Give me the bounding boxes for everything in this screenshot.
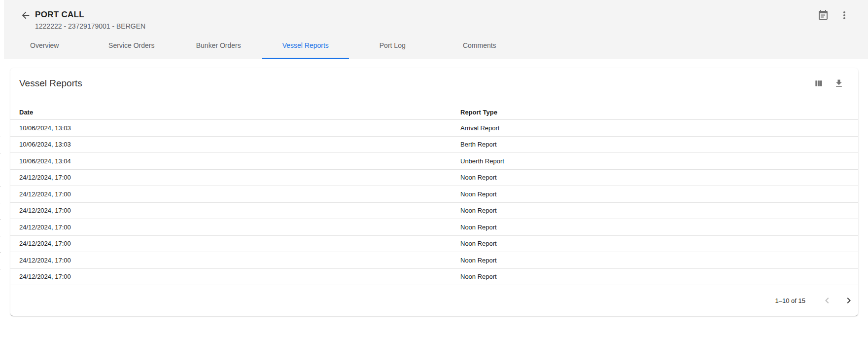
- tab-service-orders[interactable]: Service Orders: [88, 32, 175, 59]
- table-row[interactable]: 24/12/2024, 17:00 Noon Report: [10, 236, 858, 253]
- row-date: 24/12/2024, 17:00: [10, 273, 460, 280]
- kebab-menu-icon: [838, 9, 850, 21]
- row-report-type: Unberth Report: [460, 157, 858, 165]
- vessel-reports-card: Vessel Reports Date Report Type 10/06/20…: [10, 68, 858, 316]
- table-row[interactable]: 24/12/2024, 17:00 Noon Report: [10, 219, 858, 236]
- card-header: Vessel Reports: [10, 68, 858, 99]
- tab-label: Port Log: [380, 41, 406, 49]
- table-row[interactable]: 10/06/2024, 13:03 Berth Report: [10, 137, 858, 153]
- row-report-type: Noon Report: [460, 257, 858, 264]
- card-title: Vessel Reports: [19, 78, 810, 89]
- row-date: 24/12/2024, 17:00: [10, 224, 460, 231]
- table-row[interactable]: 24/12/2024, 17:00 Noon Report: [10, 186, 858, 203]
- row-date: 24/12/2024, 17:00: [10, 207, 460, 214]
- tab-label: Overview: [30, 41, 59, 49]
- download-button[interactable]: [831, 75, 847, 92]
- row-report-type: Berth Report: [460, 141, 858, 148]
- row-date: 24/12/2024, 17:00: [10, 257, 460, 264]
- tab-comments[interactable]: Comments: [436, 32, 523, 59]
- table-row[interactable]: 24/12/2024, 17:00 Noon Report: [10, 252, 858, 269]
- port-call-header: PORT CALL 1222222 - 23729179001 - BERGEN…: [0, 0, 868, 59]
- row-report-type: Noon Report: [460, 174, 858, 181]
- tab-port-log[interactable]: Port Log: [349, 32, 436, 59]
- row-date: 10/06/2024, 13:03: [10, 141, 460, 148]
- download-icon: [834, 78, 844, 88]
- active-tab-underline: [262, 58, 349, 59]
- row-date: 24/12/2024, 17:00: [10, 240, 460, 247]
- view-columns-icon: [814, 78, 824, 88]
- tab-label: Comments: [463, 41, 496, 49]
- tab-label: Service Orders: [108, 41, 154, 49]
- tab-bar: Overview Service Orders Bunker Orders Ve…: [1, 32, 523, 59]
- event-note-icon: [817, 9, 829, 21]
- table-header-row: Date Report Type: [10, 99, 858, 120]
- row-report-type: Noon Report: [460, 190, 858, 198]
- chevron-right-icon: [843, 295, 855, 306]
- pagination-bar: 1–10 of 15: [10, 285, 858, 316]
- back-button[interactable]: [19, 8, 33, 22]
- tab-vessel-reports[interactable]: Vessel Reports: [262, 32, 349, 59]
- page-title-block: PORT CALL 1222222 - 23729179001 - BERGEN: [35, 10, 145, 30]
- column-header-report-type[interactable]: Report Type: [460, 109, 858, 116]
- row-report-type: Noon Report: [460, 273, 858, 280]
- next-page-button[interactable]: [840, 292, 858, 309]
- row-report-type: Noon Report: [460, 240, 858, 247]
- table-row[interactable]: 24/12/2024, 17:00 Noon Report: [10, 170, 858, 187]
- page-subtitle: 1222222 - 23729179001 - BERGEN: [35, 22, 145, 30]
- calendar-button[interactable]: [816, 8, 830, 22]
- column-header-date[interactable]: Date: [10, 109, 460, 116]
- pagination-range-label: 1–10 of 15: [775, 297, 805, 304]
- row-date: 24/12/2024, 17:00: [10, 174, 460, 181]
- previous-page-button: [818, 292, 836, 309]
- tab-bunker-orders[interactable]: Bunker Orders: [175, 32, 262, 59]
- row-report-type: Arrival Report: [460, 124, 858, 132]
- underlying-page-edge: [0, 0, 4, 338]
- select-columns-button[interactable]: [810, 75, 827, 92]
- tab-overview[interactable]: Overview: [1, 32, 88, 59]
- arrow-back-icon: [20, 10, 31, 21]
- row-date: 10/06/2024, 13:04: [10, 157, 460, 165]
- page-title: PORT CALL: [35, 10, 145, 19]
- chevron-left-icon: [821, 295, 833, 306]
- table-row[interactable]: 24/12/2024, 17:00 Noon Report: [10, 269, 858, 286]
- tab-label: Vessel Reports: [282, 41, 329, 49]
- row-date: 10/06/2024, 13:03: [10, 124, 460, 132]
- tab-label: Bunker Orders: [196, 41, 241, 49]
- more-options-button[interactable]: [837, 8, 851, 22]
- row-report-type: Noon Report: [460, 224, 858, 231]
- table-body: 10/06/2024, 13:03 Arrival Report 10/06/2…: [10, 120, 858, 285]
- table-row[interactable]: 10/06/2024, 13:03 Arrival Report: [10, 120, 858, 137]
- row-date: 24/12/2024, 17:00: [10, 190, 460, 198]
- row-report-type: Noon Report: [460, 207, 858, 214]
- table-row[interactable]: 24/12/2024, 17:00 Noon Report: [10, 203, 858, 220]
- table-row[interactable]: 10/06/2024, 13:04 Unberth Report: [10, 153, 858, 170]
